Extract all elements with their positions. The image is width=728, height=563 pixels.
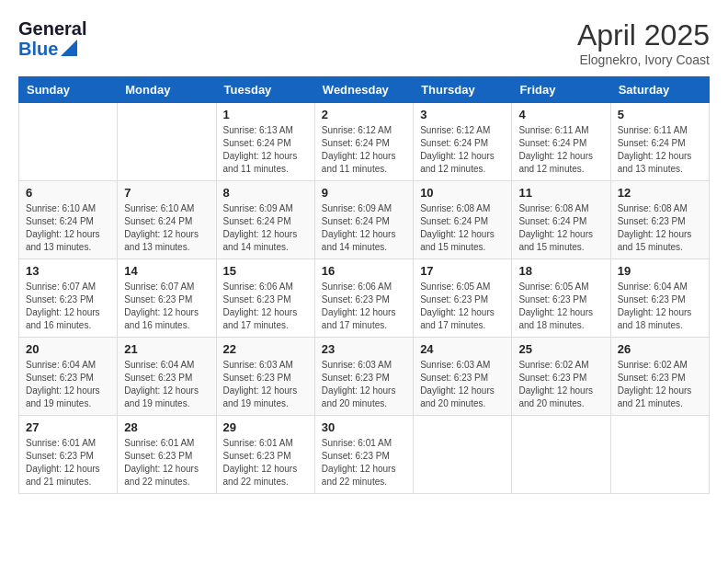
calendar-cell — [610, 416, 709, 494]
calendar-cell: 27Sunrise: 6:01 AM Sunset: 6:23 PM Dayli… — [19, 416, 118, 494]
day-info: Sunrise: 6:08 AM Sunset: 6:23 PM Dayligh… — [618, 202, 702, 254]
day-number: 1 — [223, 108, 308, 121]
page-header: General Blue April 2025 Elognekro, Ivory… — [18, 18, 710, 67]
calendar-week-row: 20Sunrise: 6:04 AM Sunset: 6:23 PM Dayli… — [19, 338, 710, 416]
calendar-cell: 6Sunrise: 6:10 AM Sunset: 6:24 PM Daylig… — [19, 181, 118, 259]
calendar-cell: 11Sunrise: 6:08 AM Sunset: 6:24 PM Dayli… — [512, 181, 610, 259]
day-info: Sunrise: 6:03 AM Sunset: 6:23 PM Dayligh… — [223, 359, 308, 410]
day-info: Sunrise: 6:05 AM Sunset: 6:23 PM Dayligh… — [420, 281, 505, 332]
calendar-week-row: 13Sunrise: 6:07 AM Sunset: 6:23 PM Dayli… — [19, 259, 710, 338]
weekday-header-sunday: Sunday — [19, 77, 118, 103]
day-info: Sunrise: 6:03 AM Sunset: 6:23 PM Dayligh… — [420, 359, 505, 410]
day-number: 28 — [124, 420, 209, 434]
calendar-cell: 13Sunrise: 6:07 AM Sunset: 6:23 PM Dayli… — [19, 259, 118, 338]
calendar-cell: 22Sunrise: 6:03 AM Sunset: 6:23 PM Dayli… — [216, 338, 314, 416]
day-number: 4 — [518, 108, 603, 121]
day-number: 6 — [26, 186, 110, 200]
day-number: 8 — [223, 186, 308, 200]
calendar-cell — [19, 103, 118, 181]
logo-blue: Blue — [18, 39, 58, 59]
day-number: 22 — [223, 342, 308, 356]
calendar-cell — [414, 416, 512, 494]
day-number: 11 — [518, 186, 603, 200]
day-info: Sunrise: 6:03 AM Sunset: 6:23 PM Dayligh… — [322, 359, 406, 410]
day-info: Sunrise: 6:08 AM Sunset: 6:24 PM Dayligh… — [518, 202, 603, 254]
day-number: 21 — [124, 342, 209, 356]
day-number: 13 — [26, 264, 110, 278]
calendar-cell: 16Sunrise: 6:06 AM Sunset: 6:23 PM Dayli… — [314, 259, 413, 338]
day-info: Sunrise: 6:10 AM Sunset: 6:24 PM Dayligh… — [124, 202, 209, 254]
day-number: 20 — [26, 342, 110, 356]
calendar-cell: 18Sunrise: 6:05 AM Sunset: 6:23 PM Dayli… — [512, 259, 610, 338]
day-number: 3 — [420, 108, 505, 121]
calendar-week-row: 1Sunrise: 6:13 AM Sunset: 6:24 PM Daylig… — [19, 103, 710, 181]
calendar-cell: 17Sunrise: 6:05 AM Sunset: 6:23 PM Dayli… — [414, 259, 512, 338]
day-number: 24 — [420, 342, 505, 356]
logo: General Blue — [18, 18, 86, 59]
day-info: Sunrise: 6:01 AM Sunset: 6:23 PM Dayligh… — [322, 437, 406, 488]
day-info: Sunrise: 6:01 AM Sunset: 6:23 PM Dayligh… — [223, 437, 308, 488]
day-number: 18 — [518, 264, 603, 278]
weekday-header-monday: Monday — [118, 77, 216, 103]
day-number: 10 — [420, 186, 505, 200]
day-info: Sunrise: 6:11 AM Sunset: 6:24 PM Dayligh… — [618, 124, 702, 176]
calendar-cell: 1Sunrise: 6:13 AM Sunset: 6:24 PM Daylig… — [216, 103, 314, 181]
calendar-week-row: 6Sunrise: 6:10 AM Sunset: 6:24 PM Daylig… — [19, 181, 710, 259]
weekday-header-row: SundayMondayTuesdayWednesdayThursdayFrid… — [19, 77, 710, 103]
calendar-cell: 4Sunrise: 6:11 AM Sunset: 6:24 PM Daylig… — [512, 103, 610, 181]
day-number: 2 — [322, 108, 406, 121]
calendar-cell: 25Sunrise: 6:02 AM Sunset: 6:23 PM Dayli… — [512, 338, 610, 416]
calendar-cell — [512, 416, 610, 494]
calendar-cell: 29Sunrise: 6:01 AM Sunset: 6:23 PM Dayli… — [216, 416, 314, 494]
calendar-cell: 19Sunrise: 6:04 AM Sunset: 6:23 PM Dayli… — [610, 259, 709, 338]
calendar-cell: 30Sunrise: 6:01 AM Sunset: 6:23 PM Dayli… — [314, 416, 413, 494]
logo-icon — [61, 40, 77, 56]
day-info: Sunrise: 6:04 AM Sunset: 6:23 PM Dayligh… — [26, 359, 110, 410]
weekday-header-friday: Friday — [512, 77, 610, 103]
day-info: Sunrise: 6:09 AM Sunset: 6:24 PM Dayligh… — [322, 202, 406, 254]
day-info: Sunrise: 6:04 AM Sunset: 6:23 PM Dayligh… — [618, 281, 702, 332]
title-area: April 2025 Elognekro, Ivory Coast — [577, 18, 710, 67]
day-number: 5 — [618, 108, 702, 121]
day-info: Sunrise: 6:13 AM Sunset: 6:24 PM Dayligh… — [223, 124, 308, 176]
day-number: 27 — [26, 420, 110, 434]
calendar-cell: 15Sunrise: 6:06 AM Sunset: 6:23 PM Dayli… — [216, 259, 314, 338]
day-info: Sunrise: 6:01 AM Sunset: 6:23 PM Dayligh… — [124, 437, 209, 488]
day-info: Sunrise: 6:02 AM Sunset: 6:23 PM Dayligh… — [618, 359, 702, 410]
day-number: 19 — [618, 264, 702, 278]
day-info: Sunrise: 6:06 AM Sunset: 6:23 PM Dayligh… — [223, 281, 308, 332]
calendar-week-row: 27Sunrise: 6:01 AM Sunset: 6:23 PM Dayli… — [19, 416, 710, 494]
day-info: Sunrise: 6:09 AM Sunset: 6:24 PM Dayligh… — [223, 202, 308, 254]
day-info: Sunrise: 6:06 AM Sunset: 6:23 PM Dayligh… — [322, 281, 406, 332]
day-number: 23 — [322, 342, 406, 356]
calendar-cell: 26Sunrise: 6:02 AM Sunset: 6:23 PM Dayli… — [610, 338, 709, 416]
day-info: Sunrise: 6:08 AM Sunset: 6:24 PM Dayligh… — [420, 202, 505, 254]
day-info: Sunrise: 6:05 AM Sunset: 6:23 PM Dayligh… — [518, 281, 603, 332]
day-info: Sunrise: 6:11 AM Sunset: 6:24 PM Dayligh… — [518, 124, 603, 176]
day-info: Sunrise: 6:02 AM Sunset: 6:23 PM Dayligh… — [518, 359, 603, 410]
calendar-cell: 9Sunrise: 6:09 AM Sunset: 6:24 PM Daylig… — [314, 181, 413, 259]
svg-marker-0 — [61, 40, 77, 56]
day-info: Sunrise: 6:04 AM Sunset: 6:23 PM Dayligh… — [124, 359, 209, 410]
day-number: 16 — [322, 264, 406, 278]
weekday-header-saturday: Saturday — [610, 77, 709, 103]
day-info: Sunrise: 6:07 AM Sunset: 6:23 PM Dayligh… — [124, 281, 209, 332]
day-info: Sunrise: 6:12 AM Sunset: 6:24 PM Dayligh… — [322, 124, 406, 176]
day-info: Sunrise: 6:01 AM Sunset: 6:23 PM Dayligh… — [26, 437, 110, 488]
day-info: Sunrise: 6:07 AM Sunset: 6:23 PM Dayligh… — [26, 281, 110, 332]
weekday-header-thursday: Thursday — [414, 77, 512, 103]
weekday-header-tuesday: Tuesday — [216, 77, 314, 103]
calendar-cell: 12Sunrise: 6:08 AM Sunset: 6:23 PM Dayli… — [610, 181, 709, 259]
calendar-cell: 5Sunrise: 6:11 AM Sunset: 6:24 PM Daylig… — [610, 103, 709, 181]
calendar-cell — [118, 103, 216, 181]
calendar-cell: 7Sunrise: 6:10 AM Sunset: 6:24 PM Daylig… — [118, 181, 216, 259]
calendar-cell: 10Sunrise: 6:08 AM Sunset: 6:24 PM Dayli… — [414, 181, 512, 259]
logo-general: General — [18, 18, 86, 39]
calendar-cell: 24Sunrise: 6:03 AM Sunset: 6:23 PM Dayli… — [414, 338, 512, 416]
day-info: Sunrise: 6:12 AM Sunset: 6:24 PM Dayligh… — [420, 124, 505, 176]
calendar-cell: 20Sunrise: 6:04 AM Sunset: 6:23 PM Dayli… — [19, 338, 118, 416]
day-number: 30 — [322, 420, 406, 434]
day-info: Sunrise: 6:10 AM Sunset: 6:24 PM Dayligh… — [26, 202, 110, 254]
month-title: April 2025 — [577, 18, 710, 52]
day-number: 15 — [223, 264, 308, 278]
